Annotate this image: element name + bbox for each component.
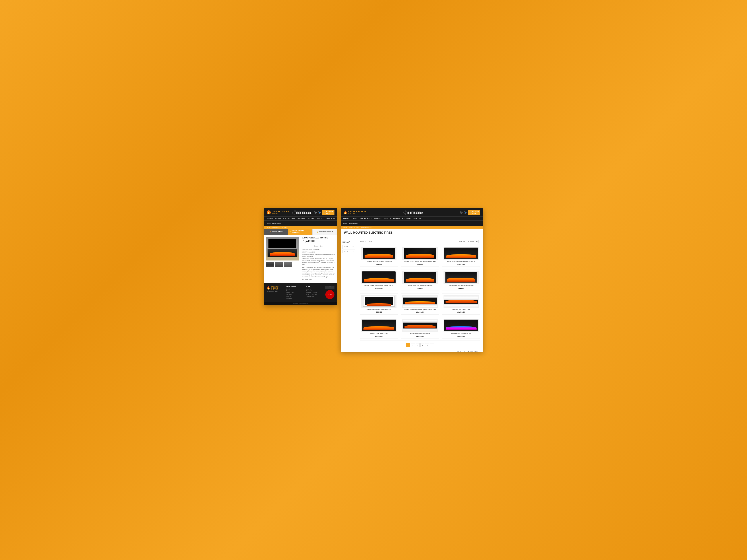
product-title: SOLUS VS130 ELECTRIC FIRE (302, 237, 335, 239)
footer-deliveries[interactable]: Deliveries & Returns (306, 292, 323, 293)
nav-brands[interactable]: BRANDS (267, 217, 273, 220)
footer-baskets[interactable]: Baskets (286, 296, 303, 297)
cat-nav-utility[interactable]: UTILITY WAREHOUSE (343, 221, 480, 225)
cat-nav-brands[interactable]: BRANDS (343, 217, 349, 220)
basket-label: BASKET (326, 211, 333, 212)
nav-gas[interactable]: GAS FIRES (297, 217, 305, 220)
cat-account-icon[interactable]: 👤 (464, 211, 466, 214)
footer-terms[interactable]: Terms & Conditions (306, 294, 323, 295)
footer-contact[interactable]: Contact Us (306, 290, 323, 292)
cat-phone-label: Call our sales team now on: (403, 210, 423, 212)
product-card-exo1000[interactable]: Flamerite Exo 1000 Electric Fire £2,110.… (401, 317, 439, 339)
nav-fireplaces[interactable]: FIREPLACES (326, 217, 335, 220)
nav-outdoor[interactable]: OUTDOOR (307, 217, 315, 220)
flames-ignitexl74 (364, 278, 394, 282)
thumbnail-1[interactable] (266, 262, 274, 267)
product-img-artesia (361, 247, 396, 260)
thumbnail-2[interactable] (275, 262, 283, 267)
nav-flue[interactable]: FLUE KITS (337, 217, 337, 220)
cat-nav-electric[interactable]: ELECTRIC FIRES (360, 217, 371, 220)
nav-baskets[interactable]: BASKETS (317, 217, 324, 220)
product-card-tahoe[interactable]: Dimplex Tahoe Optimyst Wall Mounted Elec… (401, 245, 439, 267)
cat-sub-nav: UTILITY WAREHOUSE (341, 220, 483, 226)
floor-surface (266, 257, 299, 261)
logo[interactable]: 🔥 FIRESIDE DESIGN ONLINE (267, 210, 289, 214)
enquire-button[interactable]: Enquire Now (302, 244, 335, 248)
sku-line: SKU: Solus VS130 Electric Fire (302, 249, 335, 250)
footer-about[interactable]: About Us (306, 288, 323, 290)
product-name-ignitexl74: Dimplex IgniteXL Wall Mounted Electric F… (361, 285, 396, 287)
footer-brand-text: FIRESIDE DESIGN ONLINE (272, 286, 284, 291)
product-price-ignitexl74: £1,450.00 (361, 287, 396, 289)
cat-phone-number[interactable]: 0330 056 3622 (407, 212, 423, 214)
category-page-card: 🔥 FIRESIDE DESIGN ONLINE Call our sales … (341, 208, 483, 352)
sort-direction-icon[interactable]: ↑ (480, 241, 480, 242)
page-btn-2[interactable]: 2 (411, 343, 415, 347)
product-card-ador[interactable]: Flamerite Ador Electric Suite £1,588.00 (442, 293, 480, 315)
page-btn-3[interactable]: 3 (416, 343, 420, 347)
footer-fireplaces[interactable]: Fireplaces (286, 297, 303, 299)
fireplace-img-atlas (444, 320, 479, 331)
cat-bc-electric[interactable]: ELECTRIC FIRES (349, 226, 359, 228)
cat-nav-fireplaces[interactable]: FIREPLACES (402, 217, 411, 220)
page-btn-next[interactable]: › (430, 343, 434, 347)
tv-display (268, 239, 296, 248)
cat-nav-baskets[interactable]: BASKETS (393, 217, 400, 220)
free-shipping-label: FREE SHIPPING (272, 231, 283, 233)
product-name-ignitexl50: Dimplex IgniteXL Wall Mounted Electric F… (443, 261, 479, 263)
footer-gas[interactable]: Gas Fires (286, 294, 303, 295)
product-card-atlas[interactable]: Flamerite Atlas 1000 Electric Fire £2,11… (442, 317, 480, 339)
cat-nav-gas[interactable]: GAS FIRES (374, 217, 382, 220)
category-header-area: WALL MOUNTED ELECTRIC FIRES (341, 229, 483, 238)
product-card-esme[interactable]: Dimplex Esme Wall Mounted Optimyst Elect… (401, 293, 439, 315)
footer-stoves[interactable]: Stoves (286, 290, 303, 292)
product-price-artesia: £345.00 (361, 263, 396, 265)
cat-basket-button[interactable]: 🛒 BASKET £0.00 (468, 210, 480, 215)
cat-nav-outdoor[interactable]: OUTDOOR (384, 217, 391, 220)
cat-phone: Call our sales team now on: 📞 0330 056 3… (403, 210, 423, 215)
product-card-artesia[interactable]: Dimplex Artesia Wall Mounted Electric Fi… (360, 245, 398, 267)
products-area: ITEMS 1-12 OF 58 SORT BY POSITION ↑ (357, 238, 483, 352)
sort-select[interactable]: POSITION (466, 240, 479, 243)
product-card-exo600[interactable]: Flamerite Exo 600 Electric Fire £1,785.0… (360, 317, 398, 339)
page-btn-4[interactable]: 4 (420, 343, 424, 347)
product-card-ignitexl74[interactable]: Dimplex IgniteXL Wall Mounted Electric F… (360, 269, 398, 291)
phone-area: Call our sales team now on: 📞 0330 056 3… (292, 210, 311, 215)
brand-filter[interactable]: BRAND ▼ (342, 245, 355, 249)
product-card-bach[interactable]: Dimplex Bach Wall Mounted Electric Fire … (442, 269, 480, 291)
thumb-img-1 (266, 262, 274, 267)
footer-electric[interactable]: Electric Fires (286, 292, 303, 293)
fireplace-img-sp16 (404, 272, 436, 283)
phone-label: Call our sales team now on: (292, 210, 311, 212)
thumbnail-3[interactable] (284, 262, 292, 267)
footer-privacy[interactable]: Privacy Policy (306, 296, 323, 297)
breadcrumb-home[interactable]: HOME (267, 226, 271, 228)
cat-logo-flame: 🔥 (343, 210, 347, 214)
page-btn-1[interactable]: 1 (406, 343, 410, 347)
product-card-sp16[interactable]: Dimplex SP16 Wall Mounted Electric Fire … (401, 269, 439, 291)
product-card-ignitexl50[interactable]: Dimplex IgniteXL Wall Mounted Electric F… (442, 245, 480, 267)
nav-electric[interactable]: ELECTRIC FIRES (283, 217, 295, 220)
footer-brands[interactable]: Brands (286, 288, 303, 290)
cat-bc-wall[interactable]: WALL MOUNTED (361, 226, 371, 228)
phone-number[interactable]: 0330 056 3622 (295, 212, 311, 214)
hetas-badge: HETAS (325, 290, 334, 299)
basket-button[interactable]: 🛒 BASKET £0.00 (322, 210, 334, 215)
cat-nav-stoves[interactable]: STOVES (352, 217, 357, 220)
per-page-select[interactable]: 12 (462, 350, 470, 352)
page-btn-5[interactable]: 5 (425, 343, 429, 347)
product-card-bizet[interactable]: Dimplex Bizet Wall Mounted Electric Fire… (360, 293, 398, 315)
product-img-atlas (443, 319, 479, 331)
breadcrumb-product[interactable]: SOLUS ELECTRIC FIRE (272, 226, 286, 228)
nav-stoves[interactable]: STOVES (275, 217, 281, 220)
product-price-bach: £440.00 (443, 287, 479, 289)
page-wrapper: 🔥 FIRESIDE DESIGN ONLINE Call our sales … (264, 208, 483, 352)
price-filter[interactable]: PRICE ▼ (342, 249, 355, 254)
cat-nav-flue[interactable]: FLUE KITS (413, 217, 421, 220)
cat-bc-home[interactable]: HOME (343, 226, 347, 228)
cat-logo[interactable]: 🔥 FIRESIDE DESIGN ONLINE (343, 210, 366, 214)
account-icon[interactable]: 👤 (318, 211, 320, 214)
search-icon[interactable]: 🔍 (314, 211, 317, 214)
cat-search-icon[interactable]: 🔍 (460, 211, 463, 214)
nav-utility[interactable]: UTILITY WAREHOUSE (267, 221, 334, 225)
